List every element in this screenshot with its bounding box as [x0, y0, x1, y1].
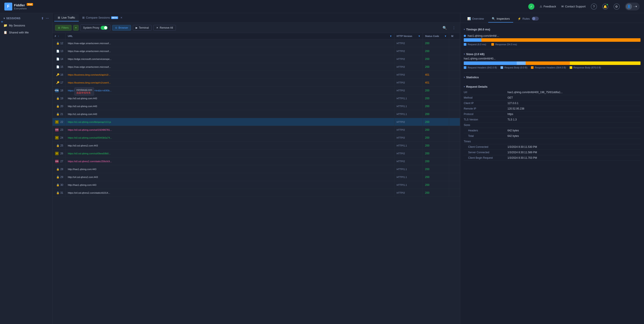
sizes-header[interactable]: ▾ Sizes (2.0 kB) — [464, 51, 640, 57]
cell-num: CSS27 — [52, 157, 66, 165]
filters-dropdown-button[interactable]: ▾ — [73, 25, 78, 31]
cell-status: 200 — [423, 63, 449, 71]
more-menu-button[interactable]: ⋮ — [450, 25, 458, 31]
table-row[interactable]: CSS27 https://s0.ssl.qhres2.com/static/2… — [52, 157, 460, 165]
cell-url: http://s4.ssl.qhres2.com:443 — [66, 173, 394, 181]
cell-status: 200 — [423, 110, 449, 118]
url-filter-icon[interactable]: ▼ — [390, 35, 392, 37]
terminal-button[interactable]: ▶ Terminal — [133, 25, 152, 31]
notifications-button[interactable]: 🔔 — [602, 3, 608, 10]
table-row[interactable]: HTML18 https://hao.360.com/?src=lm&ls=n6… — [52, 87, 460, 94]
cell-status: 200 — [423, 47, 449, 55]
detail-key: Server Connected — [464, 151, 508, 154]
table-row[interactable]: 🔑17 https://business.bing.com/api/v1/use… — [52, 79, 460, 87]
legend-req-headers-dot — [464, 66, 466, 69]
cell-url: http://s0.ssl.qhimg.com:443 — [66, 94, 394, 102]
legend-resp-body: Response Body (870.0 B) — [570, 66, 601, 69]
detail-key: Sizes — [464, 123, 508, 127]
contact-support-button[interactable]: ✉ Contact Support — [561, 5, 586, 8]
timing-bar — [464, 38, 640, 42]
table-row[interactable]: 🔑16 https://business.bing.com/work/api/v… — [52, 71, 460, 79]
sidebar-item-shared-with-me[interactable]: 📋 Shared with Me — [0, 29, 52, 36]
table-row[interactable]: 🔒25 http://s0.ssl.qhres2.com:443 HTTP/1.… — [52, 142, 460, 150]
sidebar-item-my-sessions[interactable]: 📁 My Sessions — [0, 22, 52, 29]
user-menu-button[interactable]: 👤 - ▾ — [625, 3, 640, 10]
cell-url: https://s0.ssl.qhimg.com/ssl/5943b5a74..… — [66, 134, 394, 141]
sidebar-toggle-icon: ▾ — [4, 17, 5, 20]
legend-resp-body-dot — [570, 66, 572, 69]
filters-button[interactable]: ⊞ Filters — [55, 25, 72, 31]
table-row[interactable]: 📄15 https://nav-edge.smartscreen.microso… — [52, 63, 460, 71]
help-button[interactable]: ? — [591, 3, 597, 10]
table-row[interactable]: 🔒30 http://hao1.qhimg.com:443 HTTP/1.1 2… — [52, 181, 460, 189]
status-filter-icon[interactable]: ▼ — [444, 35, 447, 37]
detail-key: Times — [464, 140, 508, 143]
cell-m — [449, 47, 460, 55]
cell-status: 200 — [423, 150, 449, 157]
lock-icon: 🔒 — [56, 144, 60, 147]
cell-status: 200 — [423, 157, 449, 165]
table-row[interactable]: 🔒31 https://s4.ssl.qhres2.com/static/d10… — [52, 189, 460, 197]
tab-inspectors[interactable]: 🔍 Inspectors — [488, 15, 513, 22]
sizes-section: ▾ Sizes (2.0 kB) hao1.qhimg.com/dmfd/40.… — [464, 51, 640, 69]
statistics-header[interactable]: ▾ Statistics — [464, 74, 640, 80]
table-row[interactable]: JS22 https://s1.ssl.qhimg.com/lib/qwrap/… — [52, 118, 460, 126]
cell-num: 🔒28 — [52, 165, 66, 173]
table-row[interactable]: 🔒21 http://s1.ssl.qhimg.com:443 HTTP/1.1… — [52, 110, 460, 118]
tab-compare-sessions[interactable]: ⊠ Compare Sessions BETA ✕ — [79, 14, 126, 21]
overview-icon: 📊 — [467, 17, 471, 20]
cell-status: 200 — [423, 134, 449, 141]
key-icon: 🔑 — [56, 81, 60, 84]
settings-button[interactable]: ⚙ — [614, 3, 620, 10]
cell-m — [449, 110, 460, 118]
system-proxy-button[interactable]: System Proxy — [80, 24, 110, 31]
rules-toggle[interactable] — [532, 17, 539, 20]
legend-resp-headers-dot — [531, 66, 534, 69]
toolbar: ⊞ Filters ▾ System Proxy ⊙ Browser ▶ Ter… — [52, 23, 460, 33]
tab-live-traffic[interactable]: ⊞ Live Traffic — [54, 14, 79, 21]
detail-key: TLS Version — [464, 118, 508, 121]
legend-req-headers-label: Request Headers (642.0 B) — [468, 66, 497, 69]
import-icon[interactable]: ⬆ — [41, 17, 44, 20]
table-row[interactable]: JS24 https://s0.ssl.qhimg.com/ssl/5943b5… — [52, 134, 460, 142]
system-proxy-toggle[interactable] — [100, 26, 108, 30]
cell-http: HTTP/2 — [394, 79, 423, 86]
search-button[interactable]: 🔍 — [441, 25, 449, 31]
timings-header[interactable]: ▾ Timings (60.0 ms) — [464, 26, 640, 32]
lock-icon: 🔒 — [56, 113, 60, 116]
remove-all-button[interactable]: ✕ Remove All — [153, 25, 176, 31]
browser-button[interactable]: ⊙ Browser — [112, 25, 131, 31]
table-row[interactable]: 🔒28 http://hao1.qhimg.com:443 HTTP/1.1 2… — [52, 165, 460, 173]
cell-http: HTTP/1.1 — [394, 173, 423, 181]
cell-url: https://s0.ssl.qhimg.com/ssl/192486781..… — [66, 126, 394, 134]
table-row[interactable]: 🔒19 http://s0.ssl.qhimg.com:443 HTTP/1.1… — [52, 94, 460, 102]
cell-m — [449, 157, 460, 165]
cell-num: JS26 — [52, 150, 66, 157]
cell-m — [449, 150, 460, 157]
table-row[interactable]: 🔒29 http://s4.ssl.qhres2.com:443 HTTP/1.… — [52, 173, 460, 181]
http-filter-icon[interactable]: ▼ — [418, 35, 420, 37]
page-icon: 📄 — [56, 50, 60, 53]
cell-url: https://s4.ssl.qhres2.com/static/d1014..… — [66, 189, 394, 197]
system-proxy-label: System Proxy — [83, 26, 99, 29]
table-row[interactable]: JS26 https://s0.ssl.qhimg.com/ssl/0bea58… — [52, 150, 460, 157]
table-row[interactable]: 🔒20 http://s0.ssl.qhimg.com:443 HTTP/1.1… — [52, 102, 460, 110]
table-row[interactable]: 📄14 https://edge.microsoft.com/serviceex… — [52, 55, 460, 63]
more-options-icon[interactable]: ⋯ — [46, 17, 49, 20]
sidebar: ▾ Sessions ⬆ ⋯ 👁 📁 My Sessions 📋 Shared … — [0, 13, 52, 324]
timing-bar-label: hao1.qhimg.com/dmfd/... — [464, 34, 640, 37]
sizes-title: Sizes (2.0 kB) — [466, 52, 484, 56]
timing-bar-name: hao1.qhimg.com/dmfd/... — [468, 34, 499, 37]
tab-close-icon[interactable]: ✕ — [120, 16, 122, 19]
contact-label: Contact Support — [565, 5, 586, 8]
feedback-button[interactable]: ⚠ Feedback — [540, 5, 556, 8]
detail-val: 127.0.0.1 — [508, 102, 518, 105]
tab-overview[interactable]: 📊 Overview — [464, 15, 488, 22]
table-row[interactable]: 📄13 https://nav-edge.smartscreen.microso… — [52, 47, 460, 55]
table-row[interactable]: CSS23 https://s0.ssl.qhimg.com/ssl/19248… — [52, 126, 460, 134]
table-row[interactable]: 🔒12 https://nav-edge.smartscreen.microso… — [52, 39, 460, 47]
cell-num: 🔒19 — [52, 94, 66, 102]
detail-val: GET — [508, 96, 513, 99]
tab-rules[interactable]: ⚡ Rules — [514, 15, 542, 23]
request-details-header[interactable]: ▾ Request Details — [464, 84, 640, 90]
